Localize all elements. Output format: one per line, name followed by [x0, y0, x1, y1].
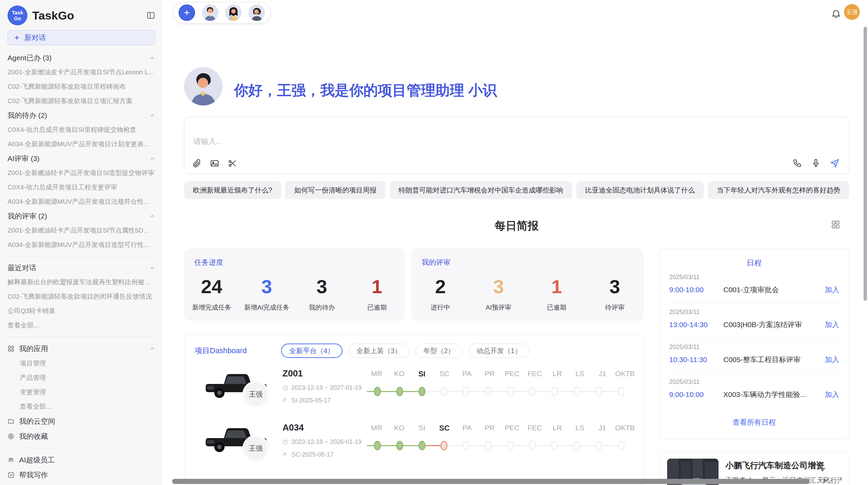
- view-all-apps[interactable]: 查看全部...: [20, 399, 155, 414]
- section-title: Agent已办 (3): [8, 53, 51, 63]
- scissors-icon[interactable]: [228, 159, 237, 168]
- daily-brief-title: 每日简报: [184, 219, 849, 234]
- suggestion-chip[interactable]: 欧洲新规最近颁布了什么?: [184, 181, 281, 199]
- stat-label: 已逾期: [367, 303, 387, 312]
- suggestion-chip[interactable]: 如何写一份清晰的项目周报: [285, 181, 385, 199]
- event-name: C003|H0B-方案冻结评审: [723, 320, 825, 329]
- event-date: 2025/03/11: [669, 344, 839, 351]
- dashboard-title: 项目Dashboard: [195, 346, 247, 356]
- app-title: TaskGo: [32, 9, 142, 22]
- chevron-up-icon: [149, 156, 155, 162]
- tab-model-year[interactable]: 年型（2）: [415, 344, 462, 358]
- list-item[interactable]: Z001-全新燃油皮卡产品开发项目SI节点Lesson Learn报告: [8, 65, 155, 79]
- agent-avatar-1[interactable]: [202, 4, 218, 21]
- schedule-card: 日程 2025/03/11 9:00-10:00 C001-立项审批会 加入 2…: [659, 249, 849, 439]
- section-title: AI评审 (3): [8, 154, 39, 163]
- chat-input[interactable]: [193, 137, 673, 146]
- stat-value: 1: [551, 277, 562, 296]
- sidebar-item-cloud-space[interactable]: 我的云空间: [8, 414, 155, 429]
- stat-value: 2: [435, 277, 446, 296]
- list-item[interactable]: C0X4-动力总成开发项目工程变更评审: [8, 180, 155, 195]
- list-item[interactable]: A034-全新新能源MUV产品开发项目法规符合性评审: [8, 195, 155, 209]
- sidebar-item-favorites[interactable]: 我的收藏: [8, 429, 155, 444]
- agent-avatar-3[interactable]: [249, 4, 265, 21]
- attach-icon[interactable]: [192, 159, 202, 168]
- add-agent-button[interactable]: [179, 4, 195, 21]
- section-my-review[interactable]: 我的评审 (2): [8, 209, 155, 223]
- task-progress-card: 任务进度 24新增完成任务 3新增AI完成任务 3我的待办 1已逾期: [184, 249, 405, 321]
- list-item[interactable]: 解释最新出台的欧盟报废车法规再生塑料比例被调至15%...: [8, 275, 155, 289]
- scroll-down-arrow-icon[interactable]: [819, 468, 825, 472]
- schedule-event: 2025/03/11 9:00-10:00 X003-车辆动力学性能验... 加…: [669, 373, 839, 408]
- list-item[interactable]: C02-飞腾新能源轻客改款项目立项汇报方案: [8, 94, 155, 108]
- user-avatar[interactable]: 王强: [844, 4, 860, 20]
- view-all-schedule-link[interactable]: 查看所有日程: [669, 418, 839, 427]
- project-dashboard-card: 项目Dashboard 全新平台（4） 全新上装（3） 年型（2） 动总开发（1…: [184, 334, 644, 485]
- join-link[interactable]: 加入: [825, 285, 839, 295]
- send-icon[interactable]: [830, 158, 840, 168]
- section-my-todo[interactable]: 我的待办 (2): [8, 108, 155, 123]
- tab-new-body[interactable]: 全新上装（3）: [349, 344, 409, 358]
- sidebar-collapse-icon[interactable]: [146, 11, 155, 20]
- app-item-project-mgmt[interactable]: 项目管理: [20, 356, 155, 371]
- app-item-product-mgmt[interactable]: 产品管理: [20, 371, 155, 385]
- view-all-chats[interactable]: 查看全部...: [8, 318, 155, 333]
- chevron-up-icon: [149, 55, 155, 61]
- chevron-up-icon: [149, 265, 155, 271]
- sidebar-item-help-me-write[interactable]: 帮我写作: [8, 468, 155, 483]
- join-link[interactable]: 加入: [825, 390, 839, 399]
- stat-label: 新增AI完成任务: [244, 303, 289, 312]
- sidebar-item-creative-drawing[interactable]: 创意制图: [8, 483, 155, 485]
- tab-new-platform[interactable]: 全新平台（4）: [281, 344, 342, 358]
- stat-label: 已逾期: [547, 303, 566, 312]
- stat-label: 进行中: [431, 303, 450, 312]
- layout-grid-icon[interactable]: [831, 220, 840, 229]
- vertical-scrollbar[interactable]: [864, 27, 867, 301]
- suggestion-chip[interactable]: 特朗普可能对进口汽车增税会对中国车企造成哪些影响: [390, 181, 572, 199]
- scroll-right-arrow-icon[interactable]: [823, 477, 827, 484]
- list-item[interactable]: A034-全新新能源MUV产品开发项目计划变更表编写: [8, 137, 155, 151]
- write-icon: [8, 472, 14, 478]
- image-icon[interactable]: [210, 159, 219, 168]
- list-item[interactable]: C02-飞腾新能源轻客改款项目里程碑画布: [8, 79, 155, 94]
- new-chat-button[interactable]: 新对话: [8, 30, 155, 45]
- tab-powertrain[interactable]: 动总开发（1）: [469, 344, 529, 358]
- list-item[interactable]: A034-全新新能源MUV产品开发项目造型可行性评审: [8, 238, 155, 252]
- folder-icon: [8, 418, 14, 425]
- people-icon: [8, 457, 14, 463]
- notifications-bell-icon[interactable]: [831, 8, 841, 18]
- app-item-change-mgmt[interactable]: 变更管理: [20, 385, 155, 399]
- phone-icon[interactable]: [793, 158, 802, 168]
- divider: [8, 337, 155, 337]
- event-date: 2025/03/11: [669, 309, 839, 316]
- event-time: 13:00-14:30: [669, 321, 723, 329]
- project-date-range: 2023-12-19 ~ 2027-01-19: [291, 384, 362, 391]
- list-item[interactable]: Z001-全新燃油轻卡产品开发项目SI节点属性5D文件评审: [8, 223, 155, 238]
- list-item[interactable]: 公司Q3轻卡销量: [8, 304, 155, 318]
- suggestion-chip[interactable]: 当下年轻人对汽车外观有怎样的喜好趋势: [708, 181, 849, 199]
- join-link[interactable]: 加入: [825, 320, 839, 329]
- horizontal-scrollbar[interactable]: [172, 479, 810, 484]
- divider: [8, 256, 155, 257]
- suggestion-chip[interactable]: 比亚迪全固态电池计划具体说了什么: [576, 181, 704, 199]
- list-item[interactable]: C0X4-动力总成开发项目SI里程碑提交物检查: [8, 123, 155, 137]
- stat-value: 3: [610, 277, 620, 296]
- sidebar-item-my-apps[interactable]: 我的应用: [8, 341, 155, 356]
- list-item[interactable]: Z001-全新燃油轻卡产品开发项目SI造型提交物评审: [8, 166, 155, 180]
- stat-value: 1: [372, 277, 382, 296]
- event-time: 9:00-10:00: [669, 286, 723, 294]
- join-link[interactable]: 加入: [825, 355, 839, 364]
- section-ai-review[interactable]: AI评审 (3): [8, 151, 155, 166]
- sidebar-item-ai-super-staff[interactable]: AI超级员工: [8, 452, 155, 468]
- list-item[interactable]: C02-飞腾新能源轻客改款项目的闭环通告反馈情况: [8, 289, 155, 304]
- agent-avatar-2[interactable]: [225, 4, 242, 21]
- section-agent-done[interactable]: Agent已办 (3): [8, 51, 155, 65]
- schedule-event: 2025/03/11 13:00-14:30 C003|H0B-方案冻结评审 加…: [669, 303, 839, 338]
- project-row-a034[interactable]: 王强 A034 2023-12-19 ~ 2026-01-19 SC-2025-…: [184, 418, 643, 472]
- mic-icon[interactable]: [811, 158, 821, 168]
- sidebar-list: Agent已办 (3) Z001-全新燃油皮卡产品开发项目SI节点Lesson …: [0, 49, 161, 485]
- chevron-up-icon: [149, 213, 155, 219]
- project-date-range: 2023-12-19 ~ 2026-01-19: [291, 438, 362, 446]
- section-recent-chats[interactable]: 最近对话: [8, 261, 155, 275]
- project-row-z001[interactable]: 王强 Z001 2023-12-19 ~ 2027-01-19 SI-2025-…: [184, 363, 643, 418]
